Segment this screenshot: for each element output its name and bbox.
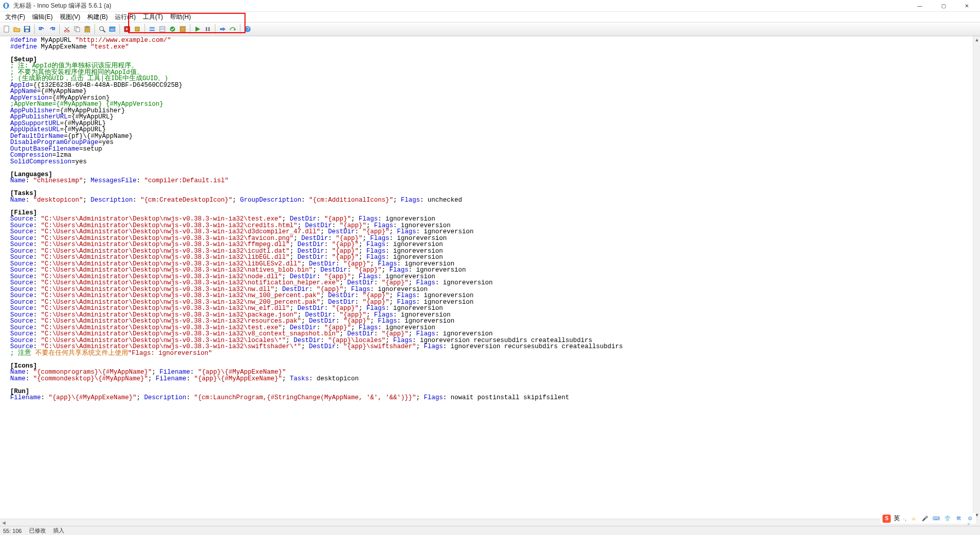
- keyboard-icon[interactable]: ⌨: [932, 515, 940, 523]
- preprocess-icon[interactable]: [158, 25, 167, 34]
- svg-rect-25: [206, 27, 207, 31]
- svg-rect-24: [180, 27, 185, 32]
- test-icon[interactable]: [178, 25, 187, 34]
- svg-rect-4: [25, 27, 29, 29]
- ime-toolbar[interactable]: S 英 ·, ☺ 🎤 ⌨ 👕 🛠 ⚙: [880, 513, 976, 524]
- new-icon[interactable]: [2, 25, 11, 34]
- pause-icon[interactable]: [203, 25, 212, 34]
- svg-rect-27: [220, 28, 223, 30]
- svg-text:ab: ab: [110, 27, 115, 32]
- emoji-icon[interactable]: ☺: [910, 515, 918, 523]
- horizontal-scrollbar[interactable]: ◀ ▶: [0, 519, 973, 526]
- separator: [34, 24, 35, 34]
- replace-icon[interactable]: ab: [108, 25, 117, 34]
- separator: [215, 24, 215, 34]
- menu-edit[interactable]: 编辑(E): [29, 12, 56, 22]
- svg-line-13: [103, 30, 105, 32]
- svg-rect-2: [4, 26, 9, 32]
- save-icon[interactable]: [22, 25, 32, 34]
- step-over-icon[interactable]: [228, 25, 237, 34]
- sign-icon[interactable]: [168, 25, 177, 34]
- ime-lang[interactable]: 英: [894, 514, 900, 523]
- sogou-icon[interactable]: S: [883, 515, 891, 523]
- toolbar: ab ?: [0, 22, 980, 36]
- options-icon[interactable]: [148, 25, 157, 34]
- titlebar: 无标题 - Inno Setup 编译器 5.6.1 (a) — ▢ ✕: [0, 0, 980, 12]
- vertical-scrollbar[interactable]: ▲ ▼: [973, 36, 980, 519]
- minimize-button[interactable]: —: [913, 1, 927, 11]
- menu-build[interactable]: 构建(B): [84, 12, 111, 22]
- svg-rect-9: [76, 28, 80, 32]
- open-icon[interactable]: [12, 25, 21, 34]
- svg-rect-17: [135, 27, 139, 31]
- menu-help[interactable]: 帮助(H): [167, 12, 194, 22]
- svg-rect-18: [150, 27, 155, 29]
- svg-rect-19: [150, 30, 155, 31]
- run-icon[interactable]: [193, 25, 202, 34]
- separator: [119, 24, 120, 34]
- menu-view[interactable]: 视图(V): [57, 12, 83, 22]
- scroll-left-icon[interactable]: ◀: [0, 519, 7, 526]
- svg-point-12: [100, 27, 104, 31]
- skin-icon[interactable]: 👕: [943, 515, 951, 523]
- copy-icon[interactable]: [72, 25, 82, 34]
- separator: [240, 24, 240, 34]
- find-icon[interactable]: [97, 25, 107, 34]
- svg-rect-5: [26, 30, 29, 32]
- separator: [94, 24, 95, 34]
- app-icon: [2, 2, 10, 10]
- scroll-up-icon[interactable]: ▲: [973, 36, 980, 43]
- undo-icon[interactable]: [37, 25, 46, 34]
- menubar: 文件(F) 编辑(E) 视图(V) 构建(B) 运行(R) 工具(T) 帮助(H…: [0, 12, 980, 22]
- stop-compile-icon[interactable]: [133, 25, 142, 34]
- settings-icon[interactable]: ⚙: [966, 515, 974, 523]
- separator: [144, 24, 145, 34]
- separator: [190, 24, 190, 34]
- window-title: 无标题 - Inno Setup 编译器 5.6.1 (a): [13, 2, 913, 10]
- menu-run[interactable]: 运行(R): [112, 12, 139, 22]
- close-button[interactable]: ✕: [960, 1, 974, 11]
- svg-rect-20: [160, 27, 165, 32]
- separator: [59, 24, 60, 34]
- help-icon[interactable]: ?: [243, 25, 252, 34]
- svg-rect-11: [86, 26, 89, 28]
- code-editor[interactable]: #define MyAppURL "http://www.example.com…: [0, 36, 973, 526]
- editor-area: #define MyAppURL "http://www.example.com…: [0, 36, 980, 526]
- redo-icon[interactable]: [47, 25, 57, 34]
- step-icon[interactable]: [218, 25, 227, 34]
- svg-rect-26: [208, 27, 210, 31]
- menu-file[interactable]: 文件(F): [2, 12, 28, 22]
- svg-text:?: ?: [247, 27, 250, 32]
- cut-icon[interactable]: [62, 25, 71, 34]
- toolbox-icon[interactable]: 🛠: [954, 515, 963, 523]
- menu-tools[interactable]: 工具(T): [140, 12, 166, 22]
- paste-icon[interactable]: [83, 25, 92, 34]
- maximize-button[interactable]: ▢: [936, 1, 950, 11]
- svg-rect-1: [5, 4, 7, 8]
- compile-icon[interactable]: [122, 25, 132, 34]
- mic-icon[interactable]: 🎤: [921, 515, 929, 523]
